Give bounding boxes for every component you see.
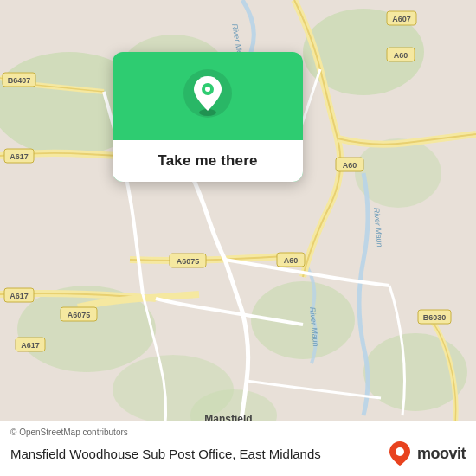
svg-text:A617: A617 <box>10 292 29 300</box>
svg-text:B6030: B6030 <box>423 313 447 322</box>
svg-text:A6075: A6075 <box>177 257 200 266</box>
navigation-card: Take me there <box>113 52 303 182</box>
svg-text:A607: A607 <box>392 15 411 23</box>
moovit-brand-text: moovit <box>417 445 466 463</box>
svg-point-40 <box>396 447 404 456</box>
moovit-logo: moovit <box>386 440 466 467</box>
svg-text:A6075: A6075 <box>68 311 91 319</box>
copyright-text: © OpenStreetMap contributors <box>10 428 466 437</box>
svg-text:A60: A60 <box>343 161 357 170</box>
svg-text:A60: A60 <box>394 51 408 60</box>
map-container: A60 A607 A60 A60 A617 A617 A617 A6075 A6… <box>0 0 476 476</box>
location-name: Mansfield Woodhouse Sub Post Office, Eas… <box>10 447 321 461</box>
location-pin-icon <box>183 69 232 118</box>
svg-text:A617: A617 <box>21 341 40 350</box>
svg-text:A617: A617 <box>10 152 29 161</box>
svg-text:B6407: B6407 <box>8 76 31 85</box>
location-row: Mansfield Woodhouse Sub Post Office, Eas… <box>10 440 466 467</box>
moovit-icon <box>386 440 414 467</box>
take-me-there-button[interactable]: Take me there <box>113 140 303 182</box>
svg-text:A60: A60 <box>284 256 299 265</box>
svg-point-39 <box>205 87 210 92</box>
bottom-info-bar: © OpenStreetMap contributors Mansfield W… <box>0 421 476 476</box>
